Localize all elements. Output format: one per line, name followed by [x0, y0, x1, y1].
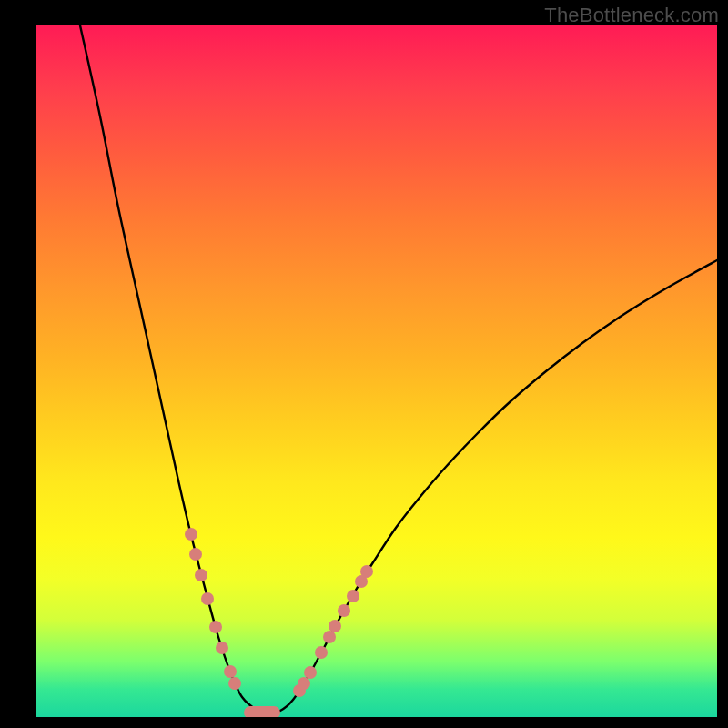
marker-dot — [323, 631, 336, 643]
bottom-capsule — [244, 706, 280, 717]
marker-dot — [216, 642, 228, 654]
marker-dot — [298, 677, 310, 690]
marker-dot — [201, 592, 214, 605]
marker-dot — [315, 646, 328, 659]
marker-dot — [195, 569, 207, 581]
capsule-marker — [244, 706, 280, 717]
marker-dot — [209, 621, 222, 633]
marker-dot — [189, 548, 202, 561]
chart-svg — [36, 25, 717, 717]
bottleneck-curve — [80, 25, 717, 713]
right-markers — [293, 565, 373, 697]
marker-dot — [185, 528, 197, 541]
marker-dot — [224, 665, 237, 678]
outer-frame: TheBottleneck.com — [0, 0, 728, 728]
watermark-text: TheBottleneck.com — [544, 4, 719, 27]
marker-dot — [304, 666, 317, 679]
marker-dot — [347, 590, 359, 602]
marker-dot — [338, 604, 350, 617]
plot-area — [36, 25, 717, 717]
marker-dot — [228, 677, 241, 690]
left-markers — [185, 528, 241, 690]
marker-dot — [360, 565, 373, 578]
marker-dot — [329, 620, 341, 632]
